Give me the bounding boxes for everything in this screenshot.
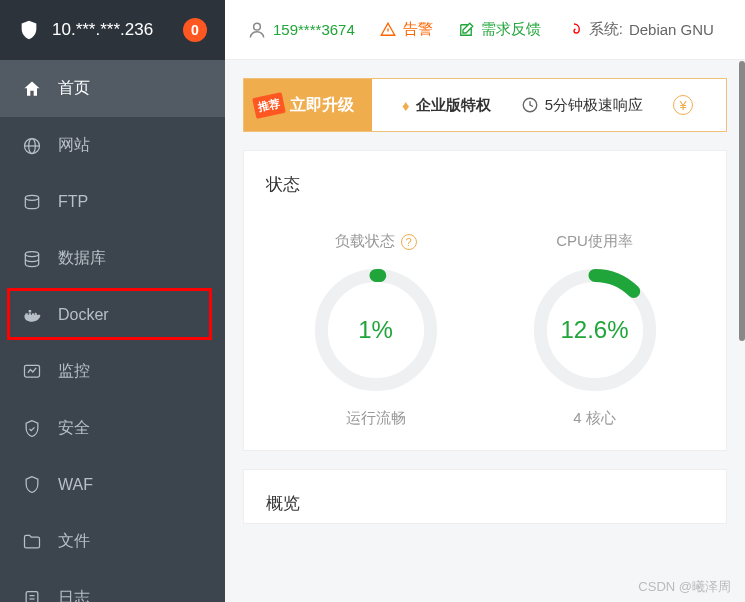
database-icon [22, 249, 42, 269]
shield-icon [18, 18, 40, 42]
sidebar-item-label: 数据库 [58, 248, 106, 269]
sidebar-header: 10.***.***.236 0 [0, 0, 225, 60]
security-icon [22, 419, 42, 439]
enterprise-label: 企业版特权 [416, 96, 491, 115]
svg-rect-10 [26, 591, 38, 602]
svg-point-13 [254, 23, 261, 30]
gauge-label: 负载状态 ? [335, 232, 417, 251]
server-ip: 10.***.***.236 [52, 20, 171, 40]
gauge-subtitle: 运行流畅 [346, 409, 406, 428]
response-label: 5分钟极速响应 [545, 96, 643, 115]
enterprise-link[interactable]: ♦ 企业版特权 [402, 96, 491, 115]
sidebar: 10.***.***.236 0 首页 网站 FTP 数据库 Docke [0, 0, 225, 602]
sidebar-item-waf[interactable]: WAF [0, 457, 225, 513]
overview-card: 概览 [243, 469, 727, 524]
docker-icon [22, 305, 42, 325]
gauge-subtitle: 4 核心 [573, 409, 616, 428]
globe-icon [22, 136, 42, 156]
help-icon[interactable]: ? [401, 234, 417, 250]
alert-label: 告警 [403, 20, 433, 39]
response-item: 5分钟极速响应 [521, 96, 643, 115]
feedback-label: 需求反馈 [481, 20, 541, 39]
gauge-label: CPU使用率 [556, 232, 633, 251]
status-card: 状态 负载状态 ? 1% 运行流畅 [243, 150, 727, 451]
svg-rect-8 [29, 310, 32, 313]
upgrade-label: 立即升级 [290, 95, 354, 116]
recommend-tag: 推荐 [252, 92, 286, 119]
notification-badge[interactable]: 0 [183, 18, 207, 42]
log-icon [22, 589, 42, 603]
sidebar-item-label: Docker [58, 306, 109, 324]
user-icon [247, 20, 267, 40]
load-gauge: 负载状态 ? 1% 运行流畅 [311, 232, 441, 428]
sidebar-item-label: 文件 [58, 531, 90, 552]
gauge-value: 12.6% [530, 265, 660, 395]
promo-bar: 推荐 立即升级 ♦ 企业版特权 5分钟极速响应 ¥ [243, 78, 727, 132]
folder-icon [22, 532, 42, 552]
sidebar-item-docker[interactable]: Docker [0, 287, 225, 343]
alert-icon [379, 21, 397, 39]
nav-list: 首页 网站 FTP 数据库 Docker 监控 [0, 60, 225, 602]
gauge-ring: 1% [311, 265, 441, 395]
overview-title: 概览 [266, 492, 704, 515]
edit-icon [457, 21, 475, 39]
user-id: 159****3674 [273, 21, 355, 38]
ftp-icon [22, 192, 42, 212]
clock-icon [521, 96, 539, 114]
sidebar-item-label: 首页 [58, 78, 90, 99]
status-title: 状态 [266, 173, 704, 196]
waf-icon [22, 475, 42, 495]
gauge-value: 1% [311, 265, 441, 395]
gauges-row: 负载状态 ? 1% 运行流畅 CPU使用率 [266, 232, 704, 428]
system-info: 系统: Debian GNU [565, 20, 714, 39]
sidebar-item-label: WAF [58, 476, 93, 494]
monitor-icon [22, 362, 42, 382]
svg-point-3 [25, 195, 38, 200]
feedback-link[interactable]: 需求反馈 [457, 20, 541, 39]
alert-link[interactable]: 告警 [379, 20, 433, 39]
user-info[interactable]: 159****3674 [247, 20, 355, 40]
sidebar-item-files[interactable]: 文件 [0, 513, 225, 570]
sidebar-item-database[interactable]: 数据库 [0, 230, 225, 287]
sidebar-item-label: 网站 [58, 135, 90, 156]
main-content: 159****3674 告警 需求反馈 系统: Debian GNU 推荐 立即… [225, 0, 745, 602]
sidebar-item-label: FTP [58, 193, 88, 211]
upgrade-button[interactable]: 推荐 立即升级 [244, 79, 372, 131]
sidebar-item-logs[interactable]: 日志 [0, 570, 225, 602]
sidebar-item-ftp[interactable]: FTP [0, 174, 225, 230]
sidebar-item-website[interactable]: 网站 [0, 117, 225, 174]
diamond-icon: ♦ [402, 97, 410, 114]
system-label: 系统: [589, 20, 623, 39]
gauge-ring: 12.6% [530, 265, 660, 395]
price-icon: ¥ [673, 95, 693, 115]
svg-point-4 [25, 251, 38, 256]
sidebar-item-monitor[interactable]: 监控 [0, 343, 225, 400]
topbar: 159****3674 告警 需求反馈 系统: Debian GNU [225, 0, 745, 60]
sidebar-item-home[interactable]: 首页 [0, 60, 225, 117]
scrollbar[interactable] [739, 61, 745, 341]
sidebar-item-label: 安全 [58, 418, 90, 439]
sidebar-item-security[interactable]: 安全 [0, 400, 225, 457]
system-value: Debian GNU [629, 21, 714, 38]
cpu-gauge: CPU使用率 12.6% 4 核心 [530, 232, 660, 428]
home-icon [22, 79, 42, 99]
debian-icon [565, 21, 583, 39]
sidebar-item-label: 日志 [58, 588, 90, 602]
sidebar-item-label: 监控 [58, 361, 90, 382]
